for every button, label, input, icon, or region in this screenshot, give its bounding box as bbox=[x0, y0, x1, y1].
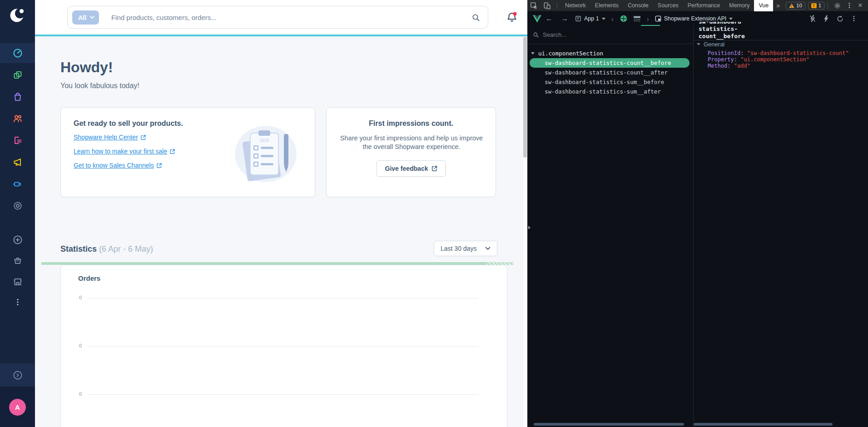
external-link-icon bbox=[170, 149, 175, 154]
state-key: Method bbox=[708, 63, 727, 69]
state-horizontal-scrollbar[interactable] bbox=[694, 423, 833, 426]
tree-root-node[interactable]: ui.componentSection bbox=[527, 49, 603, 58]
sidebar-item-more[interactable] bbox=[0, 292, 35, 312]
sidebar-item-settings[interactable] bbox=[0, 196, 35, 216]
statistics-period-dropdown[interactable]: Last 30 days bbox=[434, 241, 497, 256]
main-scrollbar[interactable] bbox=[522, 36, 527, 427]
vue-timeline-tab[interactable] bbox=[630, 13, 644, 25]
vue-toolbar-actions bbox=[809, 15, 863, 22]
devtools-settings-button[interactable] bbox=[831, 0, 843, 11]
issue-count: 1 bbox=[818, 3, 821, 8]
app-icon bbox=[575, 15, 581, 22]
help-center-link[interactable]: Shopware Help Center bbox=[74, 134, 146, 141]
tab-vue[interactable]: Vue bbox=[754, 0, 773, 11]
tab-sources[interactable]: Sources bbox=[653, 0, 683, 11]
more-tabs-button[interactable]: » bbox=[773, 2, 783, 9]
kebab-menu-icon[interactable] bbox=[851, 15, 857, 22]
sidebar-item-content[interactable] bbox=[0, 130, 35, 150]
sidebar-item-customers[interactable] bbox=[0, 109, 35, 129]
device-toolbar-button[interactable] bbox=[541, 0, 554, 11]
getting-started-title: Get ready to sell your products. bbox=[74, 119, 183, 128]
chart-gridline: 0 bbox=[61, 298, 507, 298]
statistics-date-range: (6 Apr - 6 May) bbox=[99, 244, 153, 253]
sidebar-item-shop[interactable] bbox=[0, 250, 35, 270]
statistics-header: Statistics (6 Apr - 6 May) bbox=[60, 244, 153, 254]
tab-memory[interactable]: Memory bbox=[724, 0, 754, 11]
warning-triangle-icon bbox=[789, 3, 794, 8]
vue-inspector-tab[interactable] bbox=[617, 13, 630, 25]
y-axis-tick: 0 bbox=[62, 295, 82, 300]
shopware-admin-app: A All bbox=[0, 0, 868, 427]
sales-channels-link[interactable]: Get to know Sales Channels bbox=[74, 162, 162, 169]
warnings-badge[interactable]: 10 bbox=[786, 2, 805, 10]
y-axis-tick: 0 bbox=[62, 391, 82, 397]
tree-node[interactable]: sw-dashboard-statistics-sum__after bbox=[527, 87, 693, 96]
inspect-element-button[interactable] bbox=[527, 0, 541, 11]
search-icon bbox=[533, 32, 539, 38]
state-section-general[interactable]: General bbox=[697, 41, 724, 48]
help-center-link-label: Shopware Help Center bbox=[74, 134, 138, 141]
first-sale-link[interactable]: Learn how to make your first sale bbox=[74, 148, 175, 155]
shop-bag-icon bbox=[12, 255, 23, 266]
state-header-divider bbox=[694, 40, 868, 40]
tab-network[interactable]: Network bbox=[560, 0, 590, 11]
sidebar-item-add[interactable] bbox=[0, 230, 35, 250]
catalogues-icon bbox=[12, 70, 23, 80]
tab-console[interactable]: Console bbox=[623, 0, 653, 11]
external-link-icon bbox=[432, 166, 437, 171]
sidebar-item-storefront[interactable] bbox=[0, 272, 35, 292]
statistics-period-label: Last 30 days bbox=[441, 245, 476, 252]
avatar-initial: A bbox=[15, 403, 20, 411]
frames-grid-icon bbox=[633, 15, 641, 22]
history-back-button[interactable]: ← bbox=[546, 15, 553, 23]
feedback-card: First impressions count. Share your firs… bbox=[326, 107, 496, 197]
give-feedback-button[interactable]: Give feedback bbox=[377, 160, 446, 177]
panel-collapse-arrow[interactable] bbox=[528, 224, 531, 231]
sidebar-item-catalogues[interactable] bbox=[0, 65, 35, 85]
sidebar-expand-button[interactable] bbox=[0, 363, 35, 387]
search-scope-dropdown[interactable]: All bbox=[72, 10, 99, 25]
search-input[interactable] bbox=[111, 7, 393, 28]
vue-inspector-tree-panel: ui.componentSection sw-dashboard-statist… bbox=[527, 26, 693, 427]
gear-icon bbox=[834, 2, 841, 9]
tree-node-selected[interactable]: sw-dashboard-statistics-count__before bbox=[527, 58, 693, 68]
panel-divider[interactable] bbox=[693, 26, 694, 427]
caret-down-icon bbox=[531, 52, 535, 55]
flash-off-icon[interactable] bbox=[809, 15, 816, 22]
scrollbar-thumb[interactable] bbox=[523, 37, 527, 158]
tab-elements[interactable]: Elements bbox=[590, 0, 623, 11]
orders-chart-card: Orders 0 0 0 bbox=[60, 265, 507, 427]
notifications-button[interactable] bbox=[505, 10, 519, 24]
y-axis-tick: 0 bbox=[62, 343, 82, 348]
external-link-icon bbox=[157, 163, 162, 168]
dashboard-main: Howdy! You look fabulous today! Get read… bbox=[35, 36, 522, 427]
chart-gridline: 0 bbox=[61, 346, 507, 347]
page-subtitle: You look fabulous today! bbox=[60, 82, 139, 90]
chevron-down-icon bbox=[485, 247, 491, 250]
caret-down-icon bbox=[697, 43, 700, 45]
devtools-close-button[interactable]: × bbox=[855, 1, 867, 10]
issues-badge[interactable]: ! 1 bbox=[808, 2, 824, 10]
user-avatar[interactable]: A bbox=[9, 399, 26, 416]
plugin-selector-dropdown[interactable]: Shopware Extension API bbox=[655, 15, 733, 22]
panel-icon bbox=[655, 15, 661, 22]
tree-search-input[interactable] bbox=[543, 31, 670, 38]
sidebar-item-extensions[interactable] bbox=[0, 174, 35, 194]
shopware-logo-icon bbox=[8, 6, 26, 25]
topbar: All bbox=[35, 0, 527, 35]
search-icon[interactable] bbox=[471, 13, 481, 22]
tab-performance[interactable]: Performance bbox=[683, 0, 725, 11]
flash-icon[interactable] bbox=[823, 15, 829, 22]
devtools-menu-button[interactable] bbox=[843, 0, 855, 11]
shopware-logo[interactable] bbox=[8, 6, 26, 25]
app-selector-dropdown[interactable]: App 1 bbox=[575, 15, 605, 22]
tree-horizontal-scrollbar[interactable] bbox=[534, 423, 684, 426]
history-forward-button[interactable]: → bbox=[561, 15, 568, 23]
state-section-label: General bbox=[704, 41, 724, 48]
tree-node[interactable]: sw-dashboard-statistics-sum__before bbox=[527, 77, 693, 87]
sidebar-item-orders[interactable] bbox=[0, 87, 35, 107]
sidebar-item-marketing[interactable] bbox=[0, 152, 35, 172]
refresh-icon[interactable] bbox=[837, 15, 843, 22]
tree-node[interactable]: sw-dashboard-statistics-count__after bbox=[527, 68, 693, 77]
sidebar-item-dashboard[interactable] bbox=[0, 43, 35, 63]
